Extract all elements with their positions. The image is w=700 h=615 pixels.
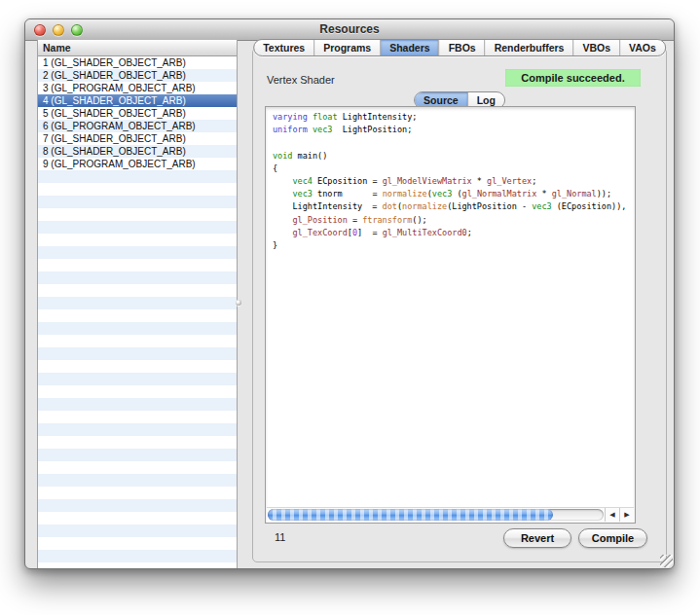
- code-line: gl_Position = ftransform();: [273, 214, 634, 227]
- zoom-button[interactable]: [71, 24, 83, 36]
- list-item[interactable]: 4 (GL_SHADER_OBJECT_ARB): [38, 94, 237, 107]
- list-item[interactable]: 1 (GL_SHADER_OBJECT_ARB): [38, 56, 237, 69]
- scroll-left-button[interactable]: ◀: [605, 508, 619, 522]
- code-line: LightIntensity = dot(normalize(LightPosi…: [273, 200, 634, 213]
- desktop: Resources Name 1 (GL_SHADER_OBJECT_ARB)2…: [0, 0, 700, 615]
- splitter-dimple[interactable]: [236, 300, 241, 306]
- list-item[interactable]: 8 (GL_SHADER_OBJECT_ARB): [38, 145, 237, 158]
- tab-vbos[interactable]: VBOs: [572, 40, 619, 55]
- scroll-right-button[interactable]: ▶: [619, 508, 634, 522]
- code-line: void main(): [273, 150, 634, 163]
- code-line: {: [273, 163, 634, 175]
- list-item[interactable]: 6 (GL_PROGRAM_OBJECT_ARB): [38, 120, 237, 132]
- code-line: }: [273, 239, 634, 252]
- tab-programs[interactable]: Programs: [313, 40, 380, 55]
- code-line: gl_TexCoord[0] = gl_MultiTexCoord0;: [273, 227, 634, 239]
- code-line: varying float LightIntensity;: [273, 111, 634, 124]
- window-controls: [34, 24, 83, 36]
- tab-fbos[interactable]: FBOs: [439, 40, 485, 55]
- tab-renderbuffers[interactable]: Renderbuffers: [485, 40, 573, 55]
- resize-grip[interactable]: [660, 555, 673, 567]
- compile-button[interactable]: Compile: [578, 528, 647, 548]
- tab-shaders[interactable]: Shaders: [380, 40, 438, 55]
- list-item[interactable]: 9 (GL_PROGRAM_OBJECT_ARB): [38, 158, 237, 170]
- list-item[interactable]: 7 (GL_SHADER_OBJECT_ARB): [38, 132, 237, 145]
- close-button[interactable]: [34, 24, 46, 36]
- list-item[interactable]: 5 (GL_SHADER_OBJECT_ARB): [38, 107, 237, 120]
- revert-button[interactable]: Revert: [503, 528, 571, 548]
- list-item[interactable]: 3 (GL_PROGRAM_OBJECT_ARB): [38, 82, 237, 94]
- scrollbar-track[interactable]: [268, 509, 604, 521]
- code-line: vec3 tnorm = normalize(vec3 (gl_NormalMa…: [273, 188, 634, 200]
- code-line: vec4 ECposition = gl_ModelViewMatrix * g…: [273, 175, 634, 188]
- category-tab-bar: TexturesProgramsShadersFBOsRenderbuffers…: [253, 39, 666, 56]
- resources-window: Resources Name 1 (GL_SHADER_OBJECT_ARB)2…: [24, 18, 675, 569]
- tab-textures[interactable]: Textures: [254, 40, 313, 55]
- tab-vaos[interactable]: VAOs: [619, 40, 665, 55]
- left-arrow-icon: ◀: [609, 511, 614, 519]
- resource-rows: 1 (GL_SHADER_OBJECT_ARB)2 (GL_SHADER_OBJ…: [38, 56, 237, 568]
- right-arrow-icon: ▶: [624, 511, 629, 519]
- shader-type-label: Vertex Shader: [267, 74, 335, 86]
- code-line: uniform vec3 LightPosition;: [273, 124, 634, 136]
- minimize-button[interactable]: [53, 24, 64, 36]
- code-line: [273, 136, 634, 149]
- compile-status-badge: Compile succeeded.: [505, 69, 641, 87]
- line-count: 11: [275, 531, 285, 543]
- shader-source-code: varying float LightIntensity;uniform vec…: [267, 109, 634, 505]
- window-title: Resources: [25, 19, 674, 40]
- column-header-name[interactable]: Name: [38, 40, 237, 56]
- resource-list-pane: Name 1 (GL_SHADER_OBJECT_ARB)2 (GL_SHADE…: [37, 40, 238, 568]
- list-item[interactable]: 2 (GL_SHADER_OBJECT_ARB): [38, 69, 237, 82]
- detail-pane: TexturesProgramsShadersFBOsRenderbuffers…: [252, 48, 667, 562]
- source-editor[interactable]: varying float LightIntensity;uniform vec…: [265, 106, 636, 524]
- horizontal-scrollbar[interactable]: ◀ ▶: [267, 507, 634, 522]
- title-bar[interactable]: Resources: [25, 19, 674, 41]
- scrollbar-thumb[interactable]: [268, 509, 553, 521]
